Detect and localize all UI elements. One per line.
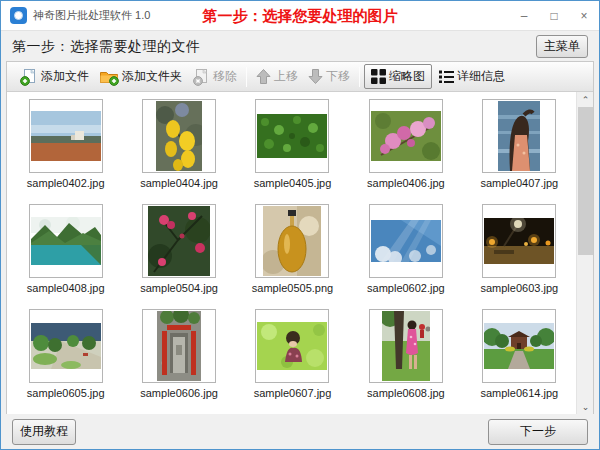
- thumbnail-image: [369, 309, 443, 383]
- maximize-icon[interactable]: □: [539, 1, 569, 30]
- scroll-up-icon[interactable]: ⌃: [577, 92, 593, 108]
- file-item[interactable]: sample0603.jpg: [480, 204, 558, 309]
- add-file-icon: [20, 68, 38, 86]
- file-item[interactable]: sample0405.jpg: [254, 99, 332, 204]
- toolbar: 添加文件 添加文件夹 移除: [7, 62, 593, 92]
- file-name: sample0608.jpg: [367, 387, 445, 399]
- close-icon[interactable]: ×: [569, 1, 599, 30]
- file-item[interactable]: sample0605.jpg: [27, 309, 105, 414]
- file-name: sample0605.jpg: [27, 387, 105, 399]
- file-name: sample0602.jpg: [367, 282, 445, 294]
- thumbnail-image: [482, 309, 556, 383]
- add-folder-button[interactable]: 添加文件夹: [94, 66, 187, 88]
- thumbnail-grid: sample0402.jpg sample0404.jpg sample0405…: [9, 92, 576, 415]
- file-name: sample0404.jpg: [140, 177, 218, 189]
- footer: 使用教程 下一步: [1, 414, 599, 449]
- move-up-button[interactable]: 上移: [251, 66, 303, 87]
- file-list: sample0402.jpg sample0404.jpg sample0405…: [7, 92, 593, 415]
- window-controls: – □ ×: [509, 1, 599, 30]
- thumbnail-image: [142, 204, 216, 278]
- file-name: sample0405.jpg: [254, 177, 332, 189]
- file-item[interactable]: sample0606.jpg: [140, 309, 218, 414]
- file-name: sample0408.jpg: [27, 282, 105, 294]
- file-item[interactable]: sample0504.jpg: [140, 204, 218, 309]
- add-folder-icon: [99, 68, 119, 86]
- detail-view-icon: [439, 70, 454, 83]
- thumbnail-image: [482, 99, 556, 173]
- file-item[interactable]: sample0608.jpg: [367, 309, 445, 414]
- app-window: 神奇图片批处理软件 1.0 第一步：选择您要处理的图片 – □ × 第一步：选择…: [0, 0, 600, 450]
- next-step-button[interactable]: 下一步: [488, 419, 588, 445]
- file-item[interactable]: sample0406.jpg: [367, 99, 445, 204]
- move-down-label: 下移: [326, 68, 350, 85]
- add-file-button[interactable]: 添加文件: [15, 66, 94, 88]
- title-bar: 神奇图片批处理软件 1.0 第一步：选择您要处理的图片 – □ ×: [1, 1, 599, 31]
- vertical-scrollbar[interactable]: ⌃ ⌄: [576, 92, 593, 415]
- tutorial-button[interactable]: 使用教程: [12, 419, 76, 445]
- move-up-label: 上移: [274, 68, 298, 85]
- file-item[interactable]: sample0505.png: [252, 204, 333, 309]
- thumbnail-image: [142, 309, 216, 383]
- detail-view-button[interactable]: 详细信息: [432, 64, 512, 89]
- app-icon-lens: [14, 11, 23, 20]
- thumbnail-image: [29, 99, 103, 173]
- file-item[interactable]: sample0602.jpg: [367, 204, 445, 309]
- minimize-icon[interactable]: –: [509, 1, 539, 30]
- thumbnail-image: [482, 204, 556, 278]
- remove-label: 移除: [213, 68, 237, 85]
- remove-icon: [192, 68, 210, 86]
- move-down-button[interactable]: 下移: [303, 66, 355, 87]
- file-item[interactable]: sample0407.jpg: [480, 99, 558, 204]
- thumbnail-image: [29, 204, 103, 278]
- file-name: sample0505.png: [252, 282, 333, 294]
- remove-button[interactable]: 移除: [187, 66, 242, 88]
- file-name: sample0607.jpg: [254, 387, 332, 399]
- detail-view-label: 详细信息: [457, 68, 505, 85]
- thumbnail-view-icon: [371, 69, 386, 84]
- app-icon: [10, 7, 27, 24]
- file-panel: 添加文件 添加文件夹 移除: [6, 61, 594, 416]
- file-item[interactable]: sample0607.jpg: [254, 309, 332, 414]
- add-folder-label: 添加文件夹: [122, 68, 182, 85]
- file-name: sample0606.jpg: [140, 387, 218, 399]
- file-name: sample0614.jpg: [480, 387, 558, 399]
- file-name: sample0407.jpg: [480, 177, 558, 189]
- file-item[interactable]: sample0402.jpg: [27, 99, 105, 204]
- header: 第一步：选择需要处理的文件 主菜单: [1, 32, 599, 61]
- toolbar-separator: [246, 67, 247, 87]
- file-item[interactable]: sample0614.jpg: [480, 309, 558, 414]
- move-down-icon: [308, 68, 323, 85]
- scrollbar-thumb[interactable]: [578, 107, 593, 255]
- thumbnail-view-label: 缩略图: [389, 68, 425, 85]
- add-file-label: 添加文件: [41, 68, 89, 85]
- file-name: sample0603.jpg: [480, 282, 558, 294]
- file-item[interactable]: sample0404.jpg: [140, 99, 218, 204]
- file-name: sample0406.jpg: [367, 177, 445, 189]
- file-item[interactable]: sample0408.jpg: [27, 204, 105, 309]
- window-title: 神奇图片批处理软件 1.0: [33, 8, 150, 23]
- thumbnail-view-button[interactable]: 缩略图: [364, 64, 432, 89]
- file-name: sample0402.jpg: [27, 177, 105, 189]
- scroll-down-icon[interactable]: ⌄: [577, 399, 593, 415]
- thumbnail-image: [255, 204, 329, 278]
- thumbnail-image: [255, 99, 329, 173]
- thumbnail-image: [255, 309, 329, 383]
- file-name: sample0504.jpg: [140, 282, 218, 294]
- toolbar-separator: [359, 67, 360, 87]
- thumbnail-image: [369, 99, 443, 173]
- main-menu-button[interactable]: 主菜单: [536, 35, 588, 58]
- move-up-icon: [256, 68, 271, 85]
- thumbnail-image: [142, 99, 216, 173]
- thumbnail-image: [29, 309, 103, 383]
- thumbnail-image: [369, 204, 443, 278]
- page-title: 第一步：选择需要处理的文件: [12, 38, 201, 56]
